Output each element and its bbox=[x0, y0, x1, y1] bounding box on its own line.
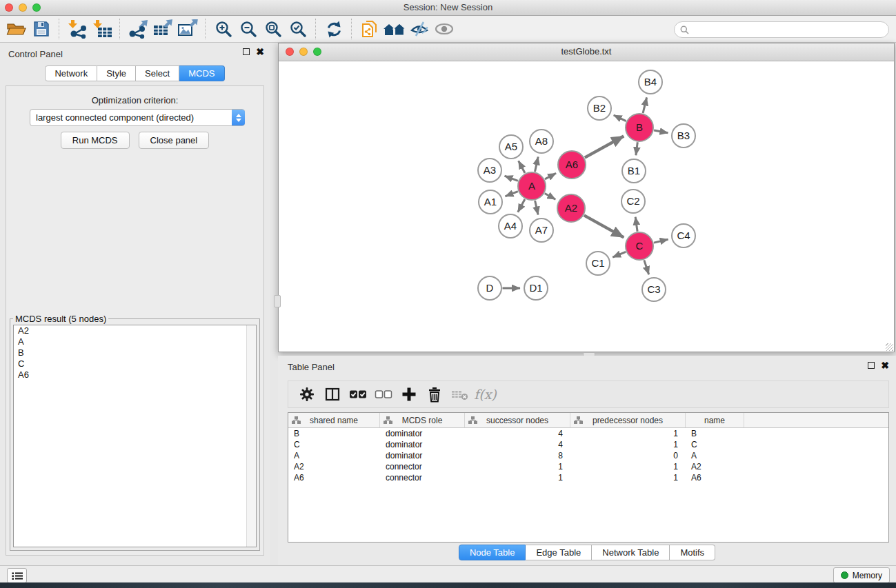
mcds-result-item[interactable]: C bbox=[14, 358, 256, 369]
table-row[interactable]: Adominator80A bbox=[288, 450, 888, 461]
network-canvas[interactable]: B4B2BB3A5A8A6A3B1AC2A1A2A4A7C4CC1C3DD1 bbox=[279, 61, 893, 351]
graph-node-A2[interactable]: A2 bbox=[557, 194, 585, 222]
home-button[interactable] bbox=[382, 17, 407, 41]
show-column-button[interactable] bbox=[319, 384, 345, 405]
memory-button[interactable]: Memory bbox=[833, 567, 890, 583]
close-panel-button[interactable]: Close panel bbox=[139, 132, 210, 149]
graph-edge-A6-B bbox=[585, 136, 624, 158]
tab-motifs[interactable]: Motifs bbox=[670, 545, 715, 560]
table-cell: B bbox=[288, 428, 380, 439]
show-hide-graphics-button[interactable] bbox=[407, 17, 432, 41]
export-image-button[interactable] bbox=[175, 17, 200, 41]
graph-node-A1[interactable]: A1 bbox=[479, 190, 502, 214]
graph-node-D1[interactable]: D1 bbox=[524, 276, 548, 300]
graph-node-label: A7 bbox=[535, 224, 548, 236]
graph-node-D[interactable]: D bbox=[478, 276, 501, 300]
function-builder-button[interactable]: f(x) bbox=[472, 384, 498, 405]
search-field[interactable] bbox=[674, 21, 889, 38]
graph-node-B3[interactable]: B3 bbox=[672, 124, 695, 148]
tab-network[interactable]: Network bbox=[45, 65, 97, 81]
zoom-fit-button[interactable] bbox=[261, 17, 286, 41]
graph-node-A5[interactable]: A5 bbox=[499, 135, 523, 159]
tab-network-table[interactable]: Network Table bbox=[592, 545, 670, 560]
mcds-result-item[interactable]: B bbox=[14, 347, 256, 358]
graph-node-B1[interactable]: B1 bbox=[622, 159, 646, 183]
graph-edge-B-B2 bbox=[614, 115, 626, 121]
mcds-result-item[interactable]: A2 bbox=[14, 325, 256, 336]
column-header-MCDS-role[interactable]: MCDS role bbox=[380, 413, 465, 427]
graph-node-B[interactable]: B bbox=[626, 114, 653, 141]
result-list-scrollbar[interactable] bbox=[246, 325, 256, 547]
tab-style[interactable]: Style bbox=[97, 65, 136, 81]
birds-eye-view-button[interactable] bbox=[432, 17, 457, 41]
close-panel-icon[interactable]: ✖ bbox=[256, 48, 264, 55]
table-row[interactable]: Bdominator41B bbox=[288, 428, 888, 439]
graph-node-A[interactable]: A bbox=[518, 172, 546, 200]
graph-node-C2[interactable]: C2 bbox=[621, 190, 645, 213]
clone-network-button[interactable] bbox=[357, 17, 382, 41]
close-table-panel-icon[interactable]: ✖ bbox=[881, 362, 889, 369]
table-row[interactable]: A2connector11A2 bbox=[288, 461, 888, 472]
graph-node-C1[interactable]: C1 bbox=[586, 252, 610, 275]
import-table-button[interactable] bbox=[90, 17, 115, 41]
export-network-button[interactable] bbox=[126, 17, 150, 41]
deselect-all-columns-button[interactable] bbox=[370, 384, 396, 405]
zoom-selected-button[interactable] bbox=[286, 17, 310, 41]
toolbar-separator bbox=[59, 19, 60, 39]
graph-node-C[interactable]: C bbox=[626, 232, 653, 260]
split-divider-grip-vertical[interactable] bbox=[274, 295, 281, 307]
graph-edge-B-B3 bbox=[654, 130, 668, 133]
tab-select[interactable]: Select bbox=[136, 65, 179, 81]
mcds-result-item[interactable]: A bbox=[14, 336, 256, 347]
delete-columns-button[interactable] bbox=[421, 384, 447, 405]
window-resize-handle[interactable] bbox=[886, 343, 893, 351]
zoom-out-button[interactable] bbox=[236, 17, 261, 41]
export-table-button[interactable] bbox=[150, 17, 175, 41]
refresh-view-button[interactable] bbox=[321, 17, 346, 41]
graph-node-C4[interactable]: C4 bbox=[672, 224, 695, 247]
optimization-criterion-select[interactable]: largest connected component (directed) bbox=[30, 109, 245, 126]
open-session-button[interactable] bbox=[4, 17, 29, 41]
run-mcds-button[interactable]: Run MCDS bbox=[61, 132, 130, 149]
import-network-button[interactable] bbox=[65, 17, 90, 41]
float-table-panel-icon[interactable] bbox=[868, 362, 875, 369]
graph-node-label: D1 bbox=[529, 282, 542, 294]
table-toolbar: f(x) bbox=[288, 381, 889, 408]
graph-node-B2[interactable]: B2 bbox=[588, 97, 611, 120]
search-input[interactable] bbox=[693, 24, 883, 36]
graph-node-label: C bbox=[636, 240, 644, 252]
graph-node-A4[interactable]: A4 bbox=[499, 214, 522, 238]
tab-node-table[interactable]: Node Table bbox=[459, 545, 526, 560]
zoom-in-button[interactable] bbox=[211, 17, 236, 41]
table-options-button[interactable] bbox=[294, 384, 319, 405]
tab-mcds[interactable]: MCDS bbox=[179, 65, 224, 81]
export-table-icon bbox=[152, 19, 173, 39]
task-history-button[interactable] bbox=[7, 568, 27, 583]
column-header-name[interactable]: name bbox=[686, 413, 744, 427]
mcds-result-item[interactable]: A6 bbox=[14, 369, 256, 381]
network-window-titlebar[interactable]: testGlobe.txt bbox=[279, 43, 894, 61]
float-panel-icon[interactable] bbox=[243, 48, 250, 55]
save-session-button[interactable] bbox=[29, 17, 54, 41]
table-row[interactable]: A6connector11A6 bbox=[288, 472, 888, 483]
table-cell: A2 bbox=[686, 461, 744, 472]
graph-node-A8[interactable]: A8 bbox=[530, 130, 553, 153]
graph-node-A7[interactable]: A7 bbox=[530, 219, 553, 242]
delete-table-button[interactable] bbox=[447, 384, 472, 405]
add-column-button[interactable] bbox=[396, 384, 421, 405]
graph-node-C3[interactable]: C3 bbox=[642, 278, 666, 301]
table-row[interactable]: Cdominator41C bbox=[288, 439, 888, 450]
graph-node-B4[interactable]: B4 bbox=[639, 70, 662, 94]
select-all-columns-button[interactable] bbox=[345, 384, 370, 405]
table-cell: A6 bbox=[686, 472, 744, 483]
graph-node-label: B4 bbox=[644, 76, 657, 88]
column-header-successor-nodes[interactable]: successor nodes bbox=[465, 413, 570, 427]
tab-edge-table[interactable]: Edge Table bbox=[526, 545, 592, 560]
graph-node-A6[interactable]: A6 bbox=[558, 151, 586, 179]
graph-node-A3[interactable]: A3 bbox=[478, 159, 501, 182]
graph-edge-C-C3 bbox=[644, 260, 649, 274]
hierarchy-icon bbox=[384, 416, 392, 425]
search-icon bbox=[680, 26, 689, 34]
column-header-shared-name[interactable]: shared name bbox=[288, 413, 380, 427]
column-header-predecessor-nodes[interactable]: predecessor nodes bbox=[570, 413, 686, 427]
